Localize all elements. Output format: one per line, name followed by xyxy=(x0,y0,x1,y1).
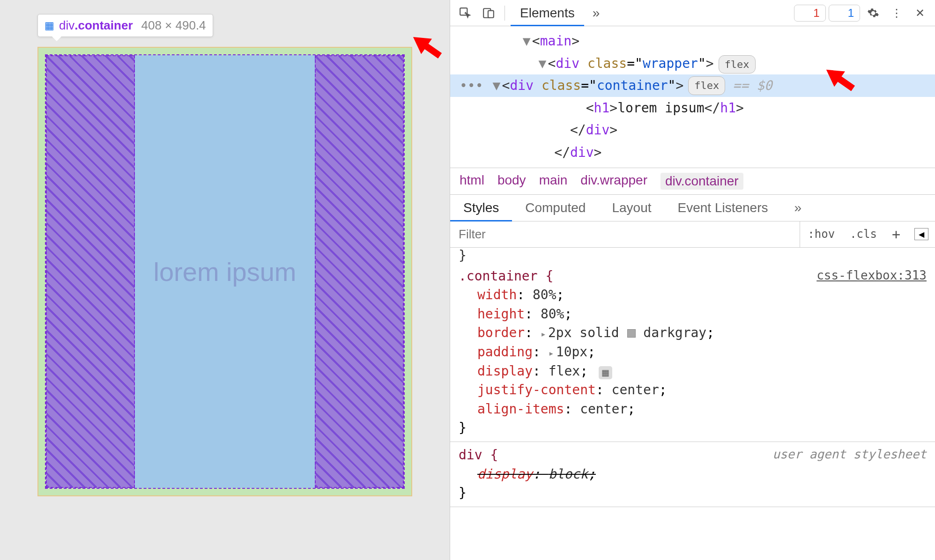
subtabs-overflow-icon[interactable]: » xyxy=(781,195,815,221)
crumb-body[interactable]: body xyxy=(497,173,526,190)
error-badge[interactable]: ✕ 1 xyxy=(794,5,825,22)
rule-source-ua: user agent stylesheet xyxy=(772,446,927,464)
computed-toggle-icon[interactable]: ◀ xyxy=(914,228,928,240)
prop-display-ua[interactable]: display xyxy=(477,466,533,482)
dom-close-div[interactable]: </div> xyxy=(450,141,935,164)
close-icon[interactable]: ✕ xyxy=(910,3,930,23)
rule-div-ua[interactable]: user agent stylesheet div { display: blo… xyxy=(450,442,935,507)
rule-close: } xyxy=(459,420,467,435)
color-swatch-icon[interactable] xyxy=(627,329,636,338)
crumb-main[interactable]: main xyxy=(539,173,568,190)
kebab-menu-icon[interactable]: ⋮ xyxy=(886,3,907,23)
info-badge[interactable]: ▤ 1 xyxy=(829,5,860,22)
tooltip-dimensions: 408 × 490.4 xyxy=(141,18,206,33)
dom-node-container[interactable]: ••• ▼<div class="container">flex== $0 xyxy=(450,74,935,97)
page-preview: ▦ div.container 408 × 490.4 lorem ipsum xyxy=(0,0,450,560)
val-width[interactable]: 80% xyxy=(533,287,557,302)
val-align-items[interactable]: center xyxy=(580,401,627,417)
flex-item: lorem ipsum xyxy=(135,55,315,488)
flex-icon: ▦ xyxy=(45,20,54,32)
prop-height[interactable]: height xyxy=(477,306,525,322)
divider xyxy=(505,6,505,21)
dom-node-main[interactable]: ▼<main> xyxy=(450,30,935,52)
crumb-wrapper[interactable]: div.wrapper xyxy=(580,173,647,190)
prop-border[interactable]: border xyxy=(477,325,525,340)
devtools-panel: Elements » ✕ 1 ▤ 1 ⋮ ✕ ▼<main> ▼<div cla… xyxy=(450,0,935,560)
cls-toggle[interactable]: .cls xyxy=(842,221,884,247)
styles-filter-row: :hov .cls + ◀ xyxy=(450,221,935,248)
svg-rect-4 xyxy=(488,10,494,17)
error-icon: ✕ xyxy=(800,8,810,18)
rule-source-link[interactable]: css-flexbox:313 xyxy=(816,267,927,285)
dom-node-wrapper[interactable]: ▼<div class="wrapper">flex xyxy=(450,52,935,75)
breadcrumb: html body main div.wrapper div.container xyxy=(450,168,935,195)
devtools-toolbar: Elements » ✕ 1 ▤ 1 ⋮ ✕ xyxy=(450,0,935,26)
info-icon: ▤ xyxy=(835,8,845,18)
val-display[interactable]: flex xyxy=(549,363,580,379)
val-padding[interactable]: 10px xyxy=(556,344,587,360)
prev-rule-close: } xyxy=(450,248,935,263)
subtab-styles[interactable]: Styles xyxy=(450,195,512,221)
rule-selector[interactable]: div { xyxy=(459,447,498,463)
error-count: 1 xyxy=(813,7,819,20)
styles-rules: css-flexbox:313 .container { width: 80%;… xyxy=(450,263,935,560)
styles-filter-input[interactable] xyxy=(450,221,800,247)
tabs-overflow-icon[interactable]: » xyxy=(587,6,606,21)
svg-marker-0 xyxy=(408,29,445,64)
prop-justify-content[interactable]: justify-content xyxy=(477,382,596,398)
dom-node-h1[interactable]: <h1>lorem ipsum</h1> xyxy=(450,97,935,119)
rule-close: } xyxy=(459,485,467,501)
prop-width[interactable]: width xyxy=(477,287,517,302)
device-toggle-icon[interactable] xyxy=(478,3,499,23)
ellipsis-icon[interactable]: ••• xyxy=(460,74,483,97)
settings-icon[interactable] xyxy=(863,3,883,23)
val-height[interactable]: 80% xyxy=(541,306,564,322)
prop-align-items[interactable]: align-items xyxy=(477,401,564,417)
subtab-events[interactable]: Event Listeners xyxy=(665,195,781,221)
inspected-element-box[interactable]: lorem ipsum xyxy=(37,47,412,496)
tooltip-tag: div.container xyxy=(59,18,133,33)
tab-elements[interactable]: Elements xyxy=(511,0,584,26)
hov-toggle[interactable]: :hov xyxy=(800,221,842,247)
flex-editor-icon[interactable]: ▦ xyxy=(599,366,612,379)
new-rule-icon[interactable]: + xyxy=(884,221,908,247)
crumb-container[interactable]: div.container xyxy=(660,173,743,190)
val-border-color[interactable]: darkgray xyxy=(643,325,706,340)
inspect-element-icon[interactable] xyxy=(455,3,475,23)
flex-free-space-right xyxy=(315,55,404,488)
val-display-ua[interactable]: block xyxy=(549,466,588,482)
val-border[interactable]: 2px solid xyxy=(548,325,627,340)
inspected-inner: lorem ipsum xyxy=(45,54,405,489)
flex-free-space-left xyxy=(46,55,135,488)
flex-badge[interactable]: flex xyxy=(719,55,756,74)
subtab-computed[interactable]: Computed xyxy=(512,195,599,221)
inspect-tooltip: ▦ div.container 408 × 490.4 xyxy=(37,14,213,37)
flex-badge[interactable]: flex xyxy=(688,76,725,95)
styles-subtabs: Styles Computed Layout Event Listeners » xyxy=(450,195,935,221)
prop-display[interactable]: display xyxy=(477,363,533,379)
preview-heading: lorem ipsum xyxy=(154,257,297,287)
rule-container[interactable]: css-flexbox:313 .container { width: 80%;… xyxy=(450,263,935,442)
console-reference: == $0 xyxy=(733,74,772,97)
info-count: 1 xyxy=(848,7,854,20)
crumb-html[interactable]: html xyxy=(460,173,484,190)
subtab-layout[interactable]: Layout xyxy=(599,195,664,221)
rule-selector[interactable]: .container { xyxy=(459,268,553,284)
val-justify-content[interactable]: center xyxy=(612,382,659,398)
dom-close-div[interactable]: </div> xyxy=(450,119,935,141)
dom-tree[interactable]: ▼<main> ▼<div class="wrapper">flex ••• ▼… xyxy=(450,26,935,168)
prop-padding[interactable]: padding xyxy=(477,344,533,360)
